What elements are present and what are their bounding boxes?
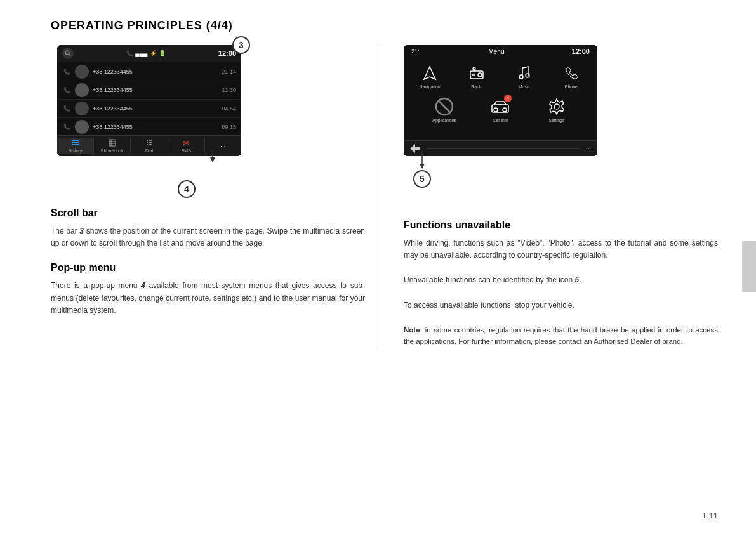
applications-label: Applications	[432, 118, 456, 122]
svg-line-26	[522, 67, 529, 68]
content-area: 📞 ▄▄▄ ⚡ 🔋 12:00 📞 +33 122334455	[51, 45, 718, 348]
call-time: 04:54	[222, 105, 236, 112]
page-title: OPERATING PRINCIPLES (4/4)	[51, 19, 718, 32]
sidebar-tab	[742, 241, 756, 292]
menu-divider	[427, 148, 580, 149]
phone-status-icons: 📞 ▄▄▄ ⚡ 🔋	[126, 50, 165, 56]
svg-point-13	[149, 142, 150, 143]
phone-screen-container: 📞 ▄▄▄ ⚡ 🔋 12:00 📞 +33 122334455	[51, 45, 241, 156]
incoming-call-icon: 📞	[62, 86, 71, 95]
navigation-menu-item[interactable]: Navigation	[406, 62, 453, 91]
incoming-call-icon: 📞	[62, 122, 71, 131]
call-item-2: 📞 +33 122334455 11:30	[57, 81, 241, 100]
phone-label: Phone	[565, 84, 578, 89]
svg-point-0	[65, 51, 69, 55]
settings-icon	[547, 98, 566, 115]
svg-rect-4	[72, 144, 79, 145]
svg-rect-5	[109, 140, 116, 146]
radio-icon	[467, 64, 486, 82]
music-menu-item[interactable]: Music	[501, 62, 548, 91]
dial-label: Dial	[145, 148, 153, 153]
car-info-wrapper: 1	[491, 98, 510, 115]
call-time: 09:15	[222, 124, 236, 130]
note-label: Note:	[404, 326, 422, 334]
circle-3: 3	[232, 36, 250, 54]
history-tab[interactable]: History	[57, 138, 94, 154]
settings-menu-item[interactable]: Settings	[529, 95, 585, 125]
menu-grid-row1: Navigation	[404, 58, 597, 94]
call-number: +33 122334455	[93, 69, 218, 75]
functions-para1: While driving, functions such as "Video"…	[404, 237, 718, 261]
svg-point-35	[503, 108, 507, 112]
avatar	[75, 65, 89, 79]
car-info-badge: 1	[504, 95, 512, 102]
popup-menu-text: There is a pop-up menu 4 available from …	[51, 280, 365, 317]
menu-header-center: Menu	[488, 48, 504, 55]
dial-tab[interactable]: Dial	[131, 138, 168, 154]
circle-4-container: 4	[178, 180, 196, 198]
call-time: 21:14	[222, 69, 236, 75]
applications-icon	[435, 98, 454, 115]
search-icon	[62, 48, 74, 59]
svg-rect-2	[72, 140, 79, 141]
scroll-text-1: The bar	[51, 227, 79, 235]
menu-header: 21:. Menu 12:00	[404, 45, 597, 58]
para2-text1: Unavailable functions can be identified …	[404, 275, 575, 284]
svg-point-10	[149, 140, 150, 141]
svg-point-16	[149, 144, 150, 145]
history-label: History	[69, 148, 83, 153]
svg-line-32	[439, 102, 449, 112]
page-number: 1.11	[702, 511, 718, 520]
applications-menu-item[interactable]: Applications	[416, 95, 472, 125]
phonebook-tab[interactable]: Phonebook	[94, 138, 131, 154]
menu-screen-container: 21:. Menu 12:00 Nav	[404, 45, 597, 156]
phone-header: 📞 ▄▄▄ ⚡ 🔋 12:00	[57, 45, 241, 62]
scroll-bar-text: The bar 3 shows the position of the curr…	[51, 225, 365, 249]
note-paragraph: Note: in some countries, regulation requ…	[404, 324, 718, 348]
menu-bottom-bar: ···	[404, 140, 597, 156]
call-item-1: 📞 +33 122334455 21:14	[57, 63, 241, 81]
scroll-bar-title: Scroll bar	[51, 207, 365, 219]
signal-icon: ▄▄▄	[135, 50, 147, 56]
phone-screen: 📞 ▄▄▄ ⚡ 🔋 12:00 📞 +33 122334455	[57, 45, 241, 156]
popup-bold-4: 4	[141, 281, 145, 290]
scroll-bar-section: Scroll bar The bar 3 shows the position …	[51, 207, 365, 249]
popup-menu-title: Pop-up menu	[51, 262, 365, 273]
car-info-label: Car info	[493, 118, 508, 122]
svg-rect-3	[72, 142, 79, 143]
sms-tab[interactable]: ✉ SMS	[168, 138, 205, 154]
menu-screen: 21:. Menu 12:00 Nav	[404, 45, 597, 156]
right-column: 21:. Menu 12:00 Nav	[378, 45, 718, 348]
call-item-3: 📞 +33 122334455 04:54	[57, 100, 241, 118]
dial-icon	[145, 139, 153, 148]
scroll-text-2: shows the position of the current screen…	[51, 227, 365, 247]
svg-marker-20	[424, 67, 435, 79]
page: OPERATING PRINCIPLES (4/4)	[0, 0, 756, 533]
menu-more-button[interactable]: ···	[586, 145, 591, 152]
music-icon	[515, 64, 534, 82]
functions-unavailable-section: Functions unavailable While driving, fun…	[404, 220, 718, 348]
sms-icon: ✉	[183, 139, 189, 148]
settings-label: Settings	[548, 118, 564, 122]
history-icon	[72, 139, 79, 148]
svg-point-12	[147, 142, 148, 143]
svg-point-9	[147, 140, 148, 141]
svg-line-1	[69, 55, 71, 56]
popup-text-1: There is a pop-up menu	[51, 281, 141, 290]
phone-header-left	[62, 48, 74, 59]
svg-point-37	[554, 104, 559, 109]
phone-menu-item[interactable]: Phone	[548, 62, 595, 91]
incoming-call-icon: 📞	[62, 104, 71, 113]
svg-point-14	[150, 142, 152, 143]
phonebook-label: Phonebook	[101, 148, 123, 153]
svg-point-17	[150, 144, 152, 145]
note-content: in some countries, regulation requires t…	[404, 326, 718, 345]
avatar	[75, 120, 89, 134]
circle-5: 5	[413, 170, 431, 188]
car-info-menu-item[interactable]: 1 Car info	[472, 95, 528, 125]
circle-5-container: 5	[413, 151, 431, 188]
circle-4-wrapper	[206, 150, 219, 165]
menu-header-left: 21:.	[411, 48, 421, 55]
para2-end: .	[579, 275, 581, 284]
radio-menu-item[interactable]: Radio	[453, 62, 500, 91]
